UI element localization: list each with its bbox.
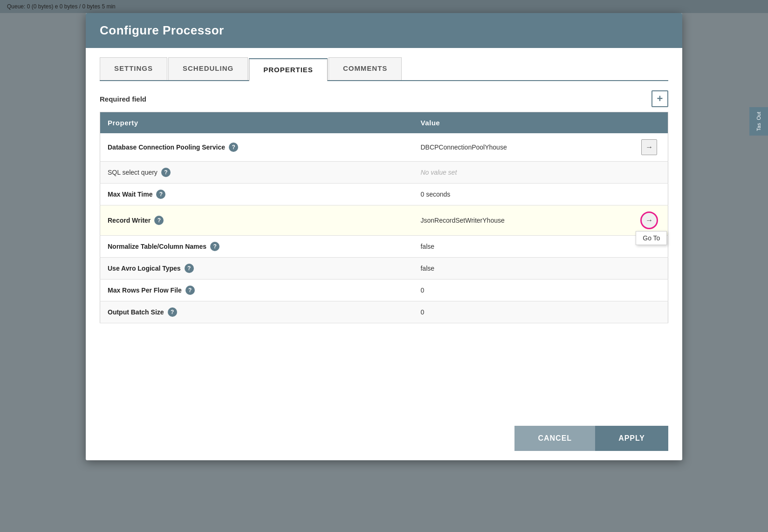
property-name: Max Rows Per Flow File? [108,286,405,295]
apply-button[interactable]: APPLY [595,426,668,451]
configure-processor-dialog: Configure Processor SETTINGS SCHEDULING … [86,13,682,460]
required-field-label: Required field [100,95,146,103]
cancel-button[interactable]: CANCEL [514,426,595,451]
table-row: SQL select query?No value set [100,162,668,184]
table-row: Output Batch Size?0 [100,301,668,323]
property-value: 0 [420,308,424,316]
table-row: Normalize Table/Column Names?false [100,236,668,258]
arrow-button[interactable]: → [640,211,658,229]
goto-tooltip[interactable]: Go To [636,231,667,245]
table-header-row: Property Value [100,112,668,134]
properties-table: Property Value Database Connection Pooli… [100,112,668,323]
dialog-overlay: Configure Processor SETTINGS SCHEDULING … [0,0,768,532]
property-value: false [420,243,434,250]
table-row: Database Connection Pooling Service?DBCP… [100,133,668,162]
help-icon[interactable]: ? [185,286,195,295]
help-icon[interactable]: ? [229,143,238,152]
property-name: Use Avro Logical Types? [108,264,405,273]
help-icon[interactable]: ? [154,216,164,225]
col-header-value: Value [413,112,631,134]
property-name: Max Wait Time? [108,190,405,199]
property-name: Normalize Table/Column Names? [108,242,405,251]
help-icon[interactable]: ? [161,168,171,177]
dialog-title: Configure Processor [100,23,224,37]
side-panel-item-tas[interactable]: Tas [756,123,761,131]
table-row: Use Avro Logical Types?false [100,258,668,280]
tabs-container: SETTINGS SCHEDULING PROPERTIES COMMENTS [100,57,668,81]
table-row: Max Wait Time?0 seconds [100,184,668,205]
tab-settings[interactable]: SETTINGS [100,57,167,80]
help-icon[interactable]: ? [210,242,219,251]
tab-scheduling[interactable]: SCHEDULING [168,57,248,80]
help-icon[interactable]: ? [156,190,165,199]
dialog-header: Configure Processor [86,13,682,48]
side-panel-item-out[interactable]: Out [756,112,761,120]
property-value: JsonRecordSetWriterYhouse [420,217,504,224]
dialog-body: SETTINGS SCHEDULING PROPERTIES COMMENTS … [86,48,682,416]
tab-comments[interactable]: COMMENTS [329,57,402,80]
property-value: 0 [420,286,424,294]
add-property-button[interactable]: + [651,90,668,107]
property-name: Output Batch Size? [108,307,405,317]
help-icon[interactable]: ? [185,264,194,273]
property-name: Database Connection Pooling Service? [108,143,405,152]
property-value: false [420,265,434,272]
col-header-actions [631,112,668,134]
table-row: Record Writer?JsonRecordSetWriterYhouse→… [100,205,668,236]
help-icon[interactable]: ? [168,307,177,317]
col-header-property: Property [100,112,413,134]
property-value[interactable]: No value set [420,169,457,176]
arrow-button[interactable]: → [641,139,657,155]
tab-properties[interactable]: PROPERTIES [249,58,328,81]
required-field-row: Required field + [100,90,668,107]
side-panel: Out Tas [749,107,768,136]
property-value: DBCPConnectionPoolYhouse [420,143,507,151]
property-name: SQL select query? [108,168,405,177]
property-name: Record Writer? [108,216,405,225]
table-row: Max Rows Per Flow File?0 [100,280,668,301]
property-value: 0 seconds [420,191,450,198]
dialog-footer: CANCEL APPLY [86,416,682,460]
